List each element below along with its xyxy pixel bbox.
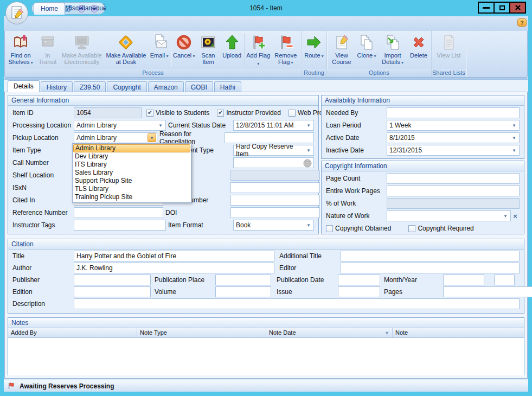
column-note-type[interactable]: Note Type <box>137 328 266 337</box>
cancel-button[interactable]: Cancel <box>172 32 196 69</box>
reference-number-field[interactable] <box>74 207 163 218</box>
volume-field[interactable] <box>215 286 271 297</box>
dropdown-option[interactable]: ITS Library <box>73 161 190 169</box>
web-proxy-checkbox[interactable] <box>289 110 296 117</box>
column-added-by[interactable]: Added By <box>8 328 137 337</box>
reason-for-cancellation-field[interactable] <box>225 132 314 143</box>
find-on-shelves-button[interactable]: Find on Shelves <box>6 32 35 69</box>
email-button[interactable]: Email <box>148 32 170 69</box>
nature-of-work-combo[interactable] <box>387 210 511 221</box>
item-id-field[interactable] <box>74 107 142 118</box>
add-flag-button[interactable]: Add Flag <box>245 32 272 69</box>
chevron-down-icon[interactable] <box>510 121 518 130</box>
column-note-date[interactable]: Note Date <box>266 328 393 337</box>
title-field[interactable] <box>74 251 274 261</box>
view-list-button[interactable]: View List <box>433 32 465 69</box>
dropdown-option[interactable]: Sales Library <box>73 169 190 177</box>
document-type-combo[interactable]: Hard Copy Reserve Item <box>233 145 314 156</box>
minimize-button[interactable] <box>478 2 495 14</box>
chevron-down-icon[interactable] <box>510 133 518 142</box>
processing-location-combo[interactable]: Admin Library <box>74 120 166 131</box>
publication-date-field[interactable] <box>338 274 380 285</box>
edition-field[interactable] <box>74 286 151 297</box>
close-button[interactable] <box>509 2 526 14</box>
tab-details[interactable]: Details <box>8 80 40 92</box>
chevron-down-icon[interactable] <box>304 221 313 229</box>
pct-of-work-field[interactable] <box>387 198 520 209</box>
chevron-down-icon[interactable] <box>148 133 156 142</box>
in-transit-button[interactable]: In Transit <box>35 32 60 69</box>
notes-grid-body[interactable] <box>8 338 524 375</box>
delete-button[interactable]: Delete <box>407 32 430 69</box>
additional-title-label: Additional Title <box>279 252 341 260</box>
issue-field[interactable] <box>338 286 380 297</box>
visible-to-students-checkbox[interactable] <box>146 110 153 117</box>
package-icon <box>39 34 56 51</box>
description-field[interactable] <box>74 298 520 309</box>
year-field[interactable] <box>494 274 515 285</box>
text-field[interactable] <box>230 182 320 193</box>
notebook-pencil-icon <box>333 34 350 51</box>
application-menu-button[interactable] <box>5 1 29 25</box>
active-date-combo[interactable]: 8/1/2015 <box>387 132 520 143</box>
month-field[interactable] <box>443 274 484 285</box>
author-field[interactable] <box>74 263 274 273</box>
tab-z3950[interactable]: Z39.50 <box>74 81 106 92</box>
page-count-field[interactable] <box>387 173 520 184</box>
instructor-tags-field[interactable] <box>74 220 166 231</box>
item-format-combo[interactable]: Book <box>233 220 314 231</box>
chevron-down-icon[interactable] <box>501 212 510 220</box>
chevron-down-icon[interactable] <box>304 146 313 155</box>
group-label-options: Options <box>327 69 431 77</box>
current-status-date-combo[interactable]: 12/8/2015 11:01 AM <box>233 120 314 131</box>
dropdown-option[interactable]: Admin Library <box>73 144 190 152</box>
copyright-required-checkbox[interactable] <box>408 225 415 232</box>
needed-by-field[interactable] <box>387 107 520 118</box>
additional-title-field[interactable] <box>341 251 520 261</box>
tab-amazon[interactable]: Amazon <box>148 81 184 92</box>
editor-field[interactable] <box>341 263 520 273</box>
oclc-number-field[interactable] <box>230 195 320 206</box>
maximize-button[interactable] <box>493 2 510 14</box>
publisher-field[interactable] <box>74 274 151 285</box>
column-note[interactable]: Note <box>393 328 524 337</box>
dropdown-option[interactable]: Dev Library <box>73 152 190 161</box>
instructor-provided-checkbox[interactable] <box>217 110 224 117</box>
globe-icon[interactable] <box>303 159 312 168</box>
clear-icon[interactable] <box>511 212 520 220</box>
chevron-down-icon[interactable] <box>304 121 313 130</box>
item-id-label: Item ID <box>12 109 74 117</box>
remove-flag-button[interactable]: Remove Flag <box>272 32 300 69</box>
inactive-date-combo[interactable]: 12/31/2015 <box>387 145 520 156</box>
column-note-date-label: Note Date <box>269 329 296 336</box>
dropdown-option[interactable]: Support Pickup Site <box>73 177 190 185</box>
clone-button[interactable]: Clone <box>355 32 378 69</box>
doi-field[interactable] <box>230 207 320 218</box>
route-button[interactable]: Route <box>303 32 325 69</box>
tab-history[interactable]: History <box>41 81 73 92</box>
view-course-button[interactable]: View Course <box>328 32 355 69</box>
help-icon[interactable] <box>517 18 527 27</box>
dropdown-option[interactable]: TLS Library <box>73 185 190 193</box>
make-available-at-desk-button[interactable]: Make Available at Desk <box>104 32 149 69</box>
pickup-location-combo[interactable]: Admin Library <box>74 132 157 143</box>
tab-copyright[interactable]: Copyright <box>107 81 146 92</box>
scan-item-button[interactable]: Scan Item <box>196 32 221 69</box>
entire-work-pages-field[interactable] <box>387 186 520 196</box>
tab-hathi[interactable]: Hathi <box>214 81 241 92</box>
tab-gobi[interactable]: GOBI <box>185 81 213 92</box>
picture-icon <box>200 34 217 51</box>
chevron-down-icon[interactable] <box>156 121 165 130</box>
make-available-electronically-button[interactable]: Make Available Electronically <box>60 32 104 69</box>
tab-miscellaneous[interactable]: Miscellaneous <box>59 3 113 15</box>
readonly-field[interactable] <box>230 170 320 181</box>
loan-period-combo[interactable]: 1 Week <box>387 120 520 131</box>
chevron-down-icon[interactable] <box>510 146 518 155</box>
upload-button[interactable]: Upload <box>220 32 243 69</box>
publication-place-field[interactable] <box>215 274 271 285</box>
import-details-button[interactable]: Import Details <box>378 32 407 69</box>
copyright-obtained-checkbox[interactable] <box>326 225 333 232</box>
dropdown-option[interactable]: Training Pickup Site <box>73 193 190 201</box>
pages-field[interactable] <box>443 286 532 297</box>
url-field[interactable] <box>233 157 314 168</box>
